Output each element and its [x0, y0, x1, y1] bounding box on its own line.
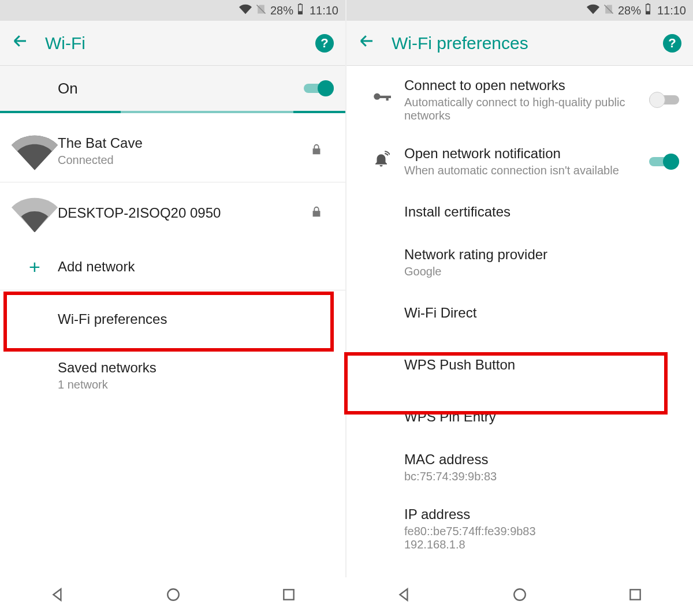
mac-address-row: MAC address bc:75:74:39:9b:83	[346, 440, 693, 495]
wps-push-button-row[interactable]: WPS Push Button	[346, 336, 693, 394]
network-row[interactable]: DESKTOP-2ISOQ20 0950	[0, 182, 345, 244]
svg-rect-6	[646, 11, 650, 14]
svg-rect-9	[284, 589, 293, 599]
page-title: Wi-Fi	[45, 33, 299, 53]
network-ssid: The Bat Cave	[58, 135, 299, 151]
connect-open-toggle[interactable]	[649, 92, 679, 108]
wifi-list: The Bat Cave Connected DESKTOP-2ISOQ20 0…	[0, 113, 345, 577]
app-bar: Wi-Fi ?	[0, 21, 345, 66]
pref-subtitle: Automatically connect to high-quality pu…	[404, 96, 647, 122]
nav-home-button[interactable]	[512, 587, 527, 606]
sim-off-icon	[255, 3, 267, 18]
network-row[interactable]: The Bat Cave Connected	[0, 113, 345, 182]
app-bar: Wi-Fi preferences ?	[346, 21, 693, 66]
page-title: Wi-Fi preferences	[392, 33, 647, 53]
prefs-list: Connect to open networks Automatically c…	[346, 66, 693, 577]
bell-wifi-icon	[358, 151, 404, 172]
network-status: Connected	[58, 154, 299, 167]
pref-title: IP address	[404, 506, 681, 522]
saved-networks-count: 1 network	[58, 378, 334, 391]
install-certificates-row[interactable]: Install certificates	[346, 189, 693, 235]
pref-title: WPS Pin Entry	[404, 409, 681, 425]
wifi-toggle[interactable]	[304, 80, 334, 96]
pref-subtitle: Google	[404, 265, 681, 278]
key-icon	[358, 88, 404, 112]
android-nav-bar	[346, 577, 693, 616]
network-rating-provider-row[interactable]: Network rating provider Google	[346, 235, 693, 290]
pref-title: MAC address	[404, 451, 681, 468]
wifi-signal-icon	[12, 194, 58, 233]
status-bar: 28% 11:10	[0, 0, 345, 21]
wifi-master-toggle-row[interactable]: On	[0, 66, 345, 111]
help-button[interactable]: ?	[315, 34, 334, 53]
pref-title: Wi-Fi Direct	[404, 305, 681, 321]
wifi-status-icon	[587, 3, 599, 18]
toggle-label: On	[58, 80, 304, 98]
nav-home-button[interactable]	[166, 587, 181, 606]
clock: 11:10	[657, 4, 686, 17]
svg-point-10	[514, 589, 526, 600]
nav-back-button[interactable]	[397, 587, 412, 606]
saved-networks-label: Saved networks	[58, 360, 334, 376]
pref-subtitle: When automatic connection isn't availabl…	[404, 164, 647, 177]
sim-off-icon	[603, 3, 614, 18]
pref-title: Connect to open networks	[404, 77, 647, 94]
lock-icon	[299, 143, 334, 158]
pref-title: WPS Push Button	[404, 357, 681, 373]
add-network-row[interactable]: + Add network	[0, 244, 345, 290]
pref-title: Network rating provider	[404, 247, 681, 263]
saved-networks-row[interactable]: Saved networks 1 network	[0, 348, 345, 403]
wifi-direct-row[interactable]: Wi-Fi Direct	[346, 290, 693, 336]
wifi-preferences-row[interactable]: Wi-Fi preferences	[0, 290, 345, 348]
mac-address-value: bc:75:74:39:9b:83	[404, 470, 681, 483]
svg-rect-7	[647, 3, 649, 5]
battery-percent: 28%	[618, 4, 641, 17]
pref-title: Install certificates	[404, 204, 681, 220]
add-network-label: Add network	[58, 259, 334, 275]
battery-percent: 28%	[270, 4, 293, 17]
network-ssid: DESKTOP-2ISOQ20 0950	[58, 205, 299, 221]
status-bar: 28% 11:10	[346, 0, 693, 21]
svg-point-8	[167, 589, 179, 600]
android-nav-bar	[0, 577, 346, 616]
nav-back-button[interactable]	[50, 587, 65, 606]
ip-address-value: fe80::be75:74ff:fe39:9b83 192.168.1.8	[404, 525, 681, 551]
help-button[interactable]: ?	[663, 34, 681, 53]
open-notif-toggle[interactable]	[649, 154, 679, 170]
wps-pin-entry-row[interactable]: WPS Pin Entry	[346, 394, 693, 440]
battery-icon	[644, 3, 651, 18]
connect-open-networks-row[interactable]: Connect to open networks Automatically c…	[346, 66, 693, 134]
phone-wifi-preferences: 28% 11:10 Wi-Fi preferences ? Connect to…	[346, 0, 693, 577]
battery-icon	[297, 3, 304, 18]
back-button[interactable]	[358, 32, 375, 54]
plus-icon: +	[29, 256, 40, 278]
back-button[interactable]	[12, 32, 29, 54]
nav-recents-button[interactable]	[281, 587, 296, 606]
wifi-signal-icon	[12, 132, 58, 170]
lock-icon	[299, 206, 334, 221]
clock: 11:10	[310, 4, 338, 17]
svg-rect-3	[299, 3, 301, 5]
pref-title: Open network notification	[404, 145, 647, 162]
ip-address-row: IP address fe80::be75:74ff:fe39:9b83 192…	[346, 495, 693, 554]
open-network-notification-row[interactable]: Open network notification When automatic…	[346, 134, 693, 189]
wifi-preferences-label: Wi-Fi preferences	[58, 311, 334, 327]
nav-recents-button[interactable]	[628, 587, 643, 606]
svg-rect-11	[630, 589, 640, 599]
phone-wifi-settings: 28% 11:10 Wi-Fi ? On The Bat Cave Connec…	[0, 0, 346, 577]
svg-rect-2	[299, 11, 303, 14]
wifi-status-icon	[239, 3, 252, 18]
